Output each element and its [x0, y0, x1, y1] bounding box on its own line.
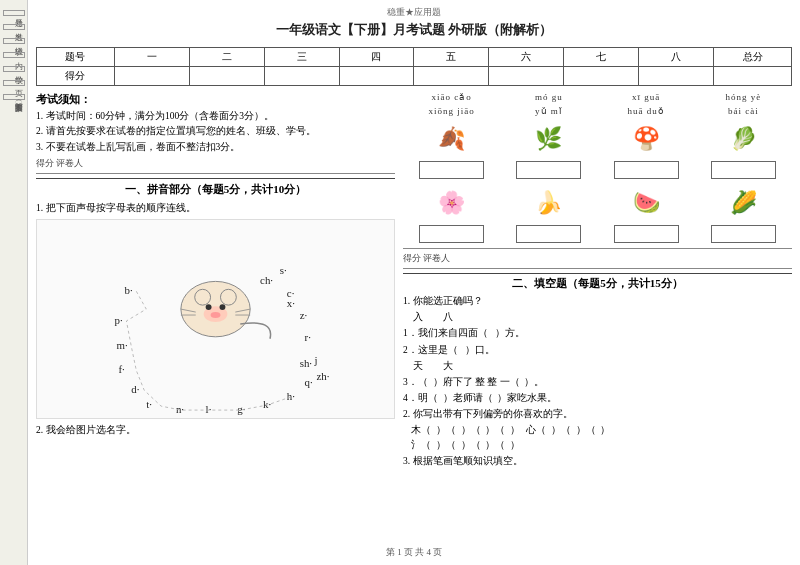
q2-q1b: 2．这里是（ ）口。 [403, 343, 792, 357]
img-box-5: 🌸 [419, 184, 484, 244]
table-cell-total [714, 67, 792, 86]
img-box-2: 🌿 [516, 120, 581, 180]
image-row-2: 🌸 🍌 🍉 🌽 [403, 184, 792, 244]
sidebar-label-banji: 班级 [3, 38, 25, 44]
cabbage-icon: 🥬 [719, 120, 767, 158]
pinyin-word-6: yǔ mǐ [519, 106, 579, 116]
svg-point-1 [195, 289, 211, 305]
sidebar-label-nei: 内 [3, 52, 25, 58]
char-xin: 心（ ）（ ）（ ） [526, 424, 610, 437]
image-row-1: 🍂 🌿 🍄 🥬 [403, 120, 792, 180]
table-cell-7 [564, 67, 639, 86]
chars-row-1: 木（ ）（ ）（ ）（ ） 心（ ）（ ）（ ） [411, 424, 792, 437]
svg-point-4 [206, 304, 212, 310]
right-column: xiāo cǎo mó gu xī guā hóng yè xiōng j [403, 92, 792, 542]
svg-text:f·: f· [119, 364, 125, 376]
watermelon-icon: 🍉 [622, 184, 670, 222]
answer-line-8 [711, 225, 776, 243]
q2-q1d: 4．明（ ）老师请（ ）家吃水果。 [403, 391, 792, 405]
notice-item-2: 2. 请首先按要求在试卷的指定位置填写您的姓名、班级、学号。 [36, 125, 395, 138]
question-2: 2. 我会给图片选名字。 [36, 423, 395, 437]
notice-title: 考试须知： [36, 92, 395, 107]
divider-3 [403, 268, 792, 269]
char-shui: 氵（ ）（ ）（ ）（ ） [411, 439, 520, 452]
q1-choices: 入 八 [413, 310, 792, 324]
svg-text:j: j [314, 354, 318, 366]
svg-text:ch·: ch· [260, 274, 273, 286]
table-header-7: 七 [564, 48, 639, 67]
pinyin-text-5: xiōng jiāo [422, 106, 482, 116]
corn-icon: 🌽 [719, 184, 767, 222]
notice-item-1: 1. 考试时间：60分钟，满分为100分（含卷面分3分）。 [36, 110, 395, 123]
pinyin-text-7: huā duǒ [616, 106, 676, 116]
sidebar-label-duo: 多页（附答案） [3, 94, 25, 100]
page-title: 一年级语文【下册】月考试题 外研版（附解析） [276, 21, 552, 39]
img-box-4: 🥬 [711, 120, 776, 180]
notice-item-3: 3. 不要在试卷上乱写乱画，卷面不整洁扣3分。 [36, 141, 395, 154]
sidebar-label-xingming: 姓名 [3, 24, 25, 30]
img-box-1: 🍂 [419, 120, 484, 180]
chars-row-2: 氵（ ）（ ）（ ）（ ） [411, 439, 792, 452]
pinyin-word-5: xiōng jiāo [422, 106, 482, 116]
img-box-8: 🌽 [711, 184, 776, 244]
score-reviewer-2: 得分 评卷人 [403, 252, 792, 265]
pinyin-text-2: mó gu [519, 92, 579, 102]
pinyin-text-4: hóng yè [713, 92, 773, 102]
q2-2-title: 2. 你写出带有下列偏旁的你喜欢的字。 [403, 407, 792, 421]
svg-point-5 [219, 304, 225, 310]
table-cell-8 [639, 67, 714, 86]
q2-q1a: 1．我们来自四面（ ）方。 [403, 326, 792, 340]
grass-icon: 🌿 [525, 120, 573, 158]
choice-da: 大 [443, 359, 453, 373]
left-sidebar: 题号 姓名 班级 内 学校 页 多页（附答案） [0, 0, 28, 565]
q3-title: 3. 根据笔画笔顺知识填空。 [403, 454, 792, 468]
answer-line-3 [614, 161, 679, 179]
sidebar-label-tihao: 题号 [3, 10, 25, 16]
table-cell-6 [489, 67, 564, 86]
divider-1 [36, 173, 395, 174]
answer-line-5 [419, 225, 484, 243]
table-header-1: 一 [114, 48, 189, 67]
svg-text:x·: x· [287, 297, 295, 309]
brand-label: 稳重★应用题 [387, 6, 441, 19]
svg-text:s·: s· [280, 265, 287, 277]
table-header-8: 八 [639, 48, 714, 67]
q2-title: 1. 你能选正确吗？ [403, 294, 792, 308]
answer-line-7 [614, 225, 679, 243]
pinyin-row-2: xiōng jiāo yǔ mǐ huā duǒ bái cài [403, 106, 792, 116]
pinyin-word-4: hóng yè [713, 92, 773, 102]
svg-text:b·: b· [124, 284, 132, 296]
svg-text:p·: p· [115, 314, 123, 326]
left-column: 考试须知： 1. 考试时间：60分钟，满分为100分（含卷面分3分）。 2. 请… [36, 92, 395, 542]
answer-line-6 [516, 225, 581, 243]
pinyin-text-3: xī guā [616, 92, 676, 102]
page-header: 稳重★应用题 一年级语文【下册】月考试题 外研版（附解析） [36, 6, 792, 43]
svg-text:z·: z· [300, 309, 308, 321]
question-1: 1. 把下面声母按字母表的顺序连线。 [36, 201, 395, 215]
pinyin-word-2: mó gu [519, 92, 579, 102]
table-cell-3 [264, 67, 339, 86]
svg-text:m·: m· [117, 339, 128, 351]
table-header-6: 六 [489, 48, 564, 67]
page-number: 第 1 页 共 4 页 [36, 546, 792, 559]
svg-text:t·: t· [146, 398, 152, 410]
table-header-4: 四 [339, 48, 414, 67]
svg-text:k·: k· [263, 398, 271, 410]
table-header-total: 总分 [714, 48, 792, 67]
table-cell-1 [114, 67, 189, 86]
main-content: 稳重★应用题 一年级语文【下册】月考试题 外研版（附解析） 题号 一 二 三 四… [28, 0, 800, 565]
svg-text:h·: h· [287, 390, 295, 402]
char-mu: 木（ ）（ ）（ ）（ ） [411, 424, 520, 437]
pinyin-word-8: bái cài [713, 106, 773, 116]
flower-icon: 🌸 [428, 184, 476, 222]
answer-line-1 [419, 161, 484, 179]
sidebar-label-ye: 页 [3, 80, 25, 86]
pinyin-word-3: xī guā [616, 92, 676, 102]
choice-ba: 八 [443, 310, 453, 324]
img-box-3: 🍄 [614, 120, 679, 180]
table-header-2: 二 [189, 48, 264, 67]
svg-text:q·: q· [305, 376, 313, 388]
pinyin-text-6: yǔ mǐ [519, 106, 579, 116]
answer-line-2 [516, 161, 581, 179]
score-table: 题号 一 二 三 四 五 六 七 八 总分 得分 [36, 47, 792, 86]
